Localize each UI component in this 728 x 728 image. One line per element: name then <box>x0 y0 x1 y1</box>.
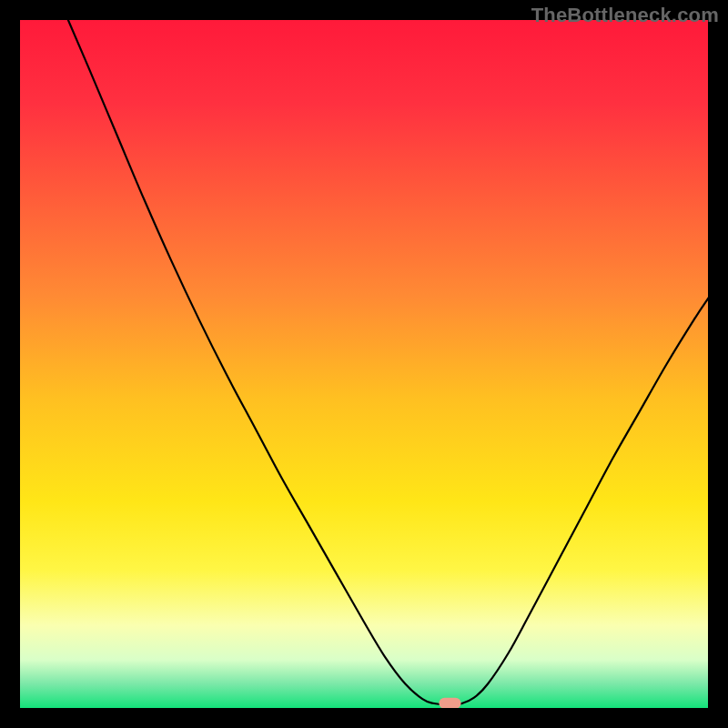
optimal-point-marker <box>439 698 460 708</box>
chart-frame: TheBottleneck.com <box>0 0 728 728</box>
plot-svg <box>20 20 708 708</box>
watermark-text: TheBottleneck.com <box>531 4 719 27</box>
plot-area <box>20 20 708 708</box>
plot-background <box>20 20 708 708</box>
